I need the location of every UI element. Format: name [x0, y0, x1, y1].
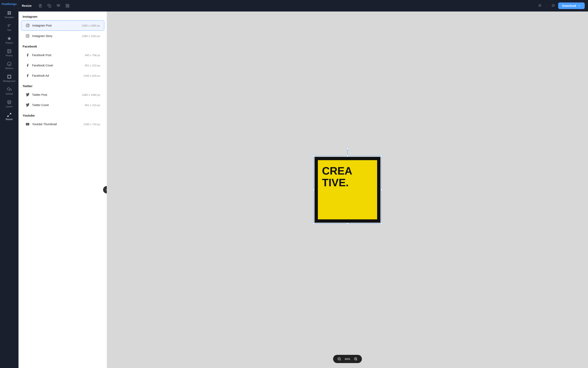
sidebar-item-resize[interactable]: Resize [0, 110, 18, 123]
handle-bottom-right[interactable] [380, 223, 382, 225]
sidebar-resize-label: Resize [6, 118, 13, 120]
twitter-post-item[interactable]: Twitter Post 1080 x 1080 px [21, 90, 104, 100]
twitter-cover-name: Twitter Cover [32, 103, 83, 107]
instagram-post-size: 1080 x 1080 px [82, 24, 100, 27]
trash-icon [38, 4, 42, 8]
design-frame: CREATIVE. [314, 157, 380, 223]
handle-middle-left[interactable] [313, 189, 314, 191]
zoom-in-icon [354, 357, 358, 361]
text-icon [7, 23, 11, 28]
toolbar-divider [546, 3, 547, 8]
svg-point-22 [27, 25, 28, 26]
instagram-story-item[interactable]: Instagram Story 1080 x 1920 px [21, 31, 104, 41]
handle-bottom-left[interactable] [313, 223, 314, 225]
download-button[interactable]: Download [558, 2, 585, 9]
upload-icon [7, 87, 11, 92]
sidebar: FlowDesign Template Text Shapes Photos S… [0, 0, 19, 368]
youtube-thumbnail-size: 1280 x 720 px [83, 123, 100, 126]
copy-button[interactable] [46, 2, 53, 9]
svg-line-28 [340, 359, 341, 360]
instagram-section: Instagram Instagram Post 1080 x 1080 px [19, 11, 107, 41]
svg-line-14 [7, 115, 9, 117]
instagram-post-item[interactable]: Instagram Post 1080 x 1080 px [21, 20, 104, 31]
svg-marker-16 [57, 4, 60, 6]
svg-line-31 [356, 359, 357, 360]
svg-point-23 [28, 25, 29, 25]
facebook-cover-item[interactable]: Facebook Cover 851 x 315 px [21, 60, 104, 70]
facebook-ad-name: Facebook Ad [32, 74, 81, 77]
facebook-header: Facebook [19, 41, 107, 50]
download-label: Download [562, 4, 576, 7]
sidebar-text-label: Text [7, 29, 11, 31]
content-area: Instagram Instagram Post 1080 x 1080 px [19, 11, 588, 368]
main-container: Resize [19, 0, 588, 368]
handle-top-left[interactable] [313, 155, 314, 157]
zoom-level: 60% [344, 358, 351, 361]
sidebar-item-photos[interactable]: Photos [0, 46, 18, 59]
youtube-header: Youtube [19, 110, 107, 119]
svg-rect-3 [9, 13, 11, 15]
design-element[interactable]: CREATIVE. [314, 157, 380, 223]
resize-panel: Instagram Instagram Post 1080 x 1080 px [19, 11, 107, 368]
svg-rect-0 [7, 11, 9, 13]
twitter-post-size: 1080 x 1080 px [82, 93, 100, 96]
undo-redo-group [537, 2, 557, 9]
youtube-section: Youtube Youtube Thumbnail 1280 x 720 px [19, 110, 107, 129]
svg-rect-20 [68, 6, 69, 7]
zoom-out-icon [337, 357, 341, 361]
chevron-left-icon [105, 188, 107, 191]
svg-point-6 [7, 62, 11, 66]
svg-rect-1 [9, 11, 11, 13]
svg-rect-10 [8, 76, 10, 78]
instagram-story-size: 1080 x 1920 px [82, 35, 100, 38]
twitter-cover-size: 851 x 315 px [85, 104, 100, 107]
instagram-story-icon [25, 34, 30, 38]
facebook-cover-name: Facebook Cover [32, 64, 83, 67]
twitter-post-name: Twitter Post [32, 93, 80, 96]
zoom-in-button[interactable] [353, 356, 359, 362]
redo-button[interactable] [549, 2, 557, 9]
handle-middle-right[interactable] [380, 189, 382, 191]
sidebar-item-text[interactable]: Text [0, 21, 18, 34]
sidebar-item-stickers[interactable]: Stickers [0, 59, 18, 72]
handle-top-middle[interactable] [346, 155, 349, 157]
svg-rect-18 [68, 4, 69, 5]
facebook-ad-item[interactable]: Facebook Ad 1200 x 628 px [21, 71, 104, 81]
sidebar-item-shapes[interactable]: Shapes [0, 34, 18, 46]
group-button[interactable] [64, 2, 71, 9]
undo-button[interactable] [537, 2, 544, 9]
rotate-handle[interactable] [346, 147, 349, 150]
sidebar-stickers-label: Stickers [5, 67, 13, 70]
sidebar-item-upload[interactable]: Upload [0, 85, 18, 97]
sidebar-item-template[interactable]: Template [0, 8, 18, 21]
layers-button[interactable] [55, 2, 62, 9]
facebook-ad-size: 1200 x 628 px [83, 74, 100, 77]
svg-rect-15 [49, 5, 51, 7]
resize-icon [7, 113, 11, 117]
sidebar-item-layers[interactable]: Layers [0, 97, 18, 110]
twitter-section: Twitter Twitter Post 1080 x 1080 px [19, 81, 107, 110]
stack-icon [57, 4, 60, 8]
layers-icon [7, 100, 11, 104]
youtube-thumbnail-name: Youtube Thumbnail [32, 122, 81, 126]
image-icon [7, 49, 11, 54]
youtube-thumbnail-item[interactable]: Youtube Thumbnail 1280 x 720 px [21, 119, 104, 129]
design-canvas: CREATIVE. [284, 126, 411, 254]
group-icon [66, 4, 69, 8]
delete-button[interactable] [37, 2, 44, 9]
twitter-cover-item[interactable]: Twitter Cover 851 x 315 px [21, 100, 104, 110]
sidebar-layers-label: Layers [6, 105, 13, 108]
twitter-header: Twitter [19, 81, 107, 89]
app-logo: FlowDesign [0, 0, 18, 8]
facebook-cover-icon [25, 63, 30, 68]
handle-top-right[interactable] [380, 155, 382, 157]
handle-bottom-middle[interactable] [346, 223, 349, 225]
sidebar-template-label: Template [5, 16, 14, 18]
instagram-header: Instagram [19, 11, 107, 20]
facebook-post-item[interactable]: Facebook Post 940 x 788 px [21, 50, 104, 60]
facebook-ad-icon [25, 73, 30, 78]
panel-toggle-button[interactable] [103, 186, 107, 193]
sidebar-item-background[interactable]: Background [0, 72, 18, 85]
zoom-out-button[interactable] [336, 356, 342, 362]
chevron-down-icon [578, 4, 581, 7]
